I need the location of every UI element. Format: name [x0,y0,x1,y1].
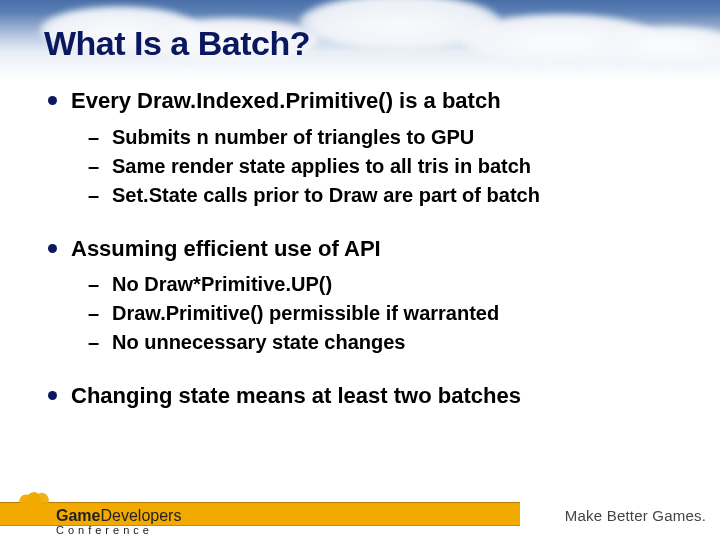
gdc-logo-icon [22,490,50,536]
sub-text: No unnecessary state changes [112,329,405,356]
gdc-logo: GameDevelopers Conference [22,490,181,536]
sub-item: – No unnecessary state changes [88,329,676,356]
dash-icon: – [88,182,102,209]
slide-footer: GameDevelopers Conference Make Better Ga… [0,484,720,540]
sub-list: – No Draw*Primitive.UP() – Draw.Primitiv… [88,271,676,356]
dash-icon: – [88,124,102,151]
dash-icon: – [88,329,102,356]
dash-icon: – [88,271,102,298]
slide-title: What Is a Batch? [44,24,676,63]
dash-icon: – [88,153,102,180]
bullet-text: Changing state means at least two batche… [71,382,521,411]
sub-item: – No Draw*Primitive.UP() [88,271,676,298]
sub-text: Draw.Primitive() permissible if warrante… [112,300,499,327]
dash-icon: – [88,300,102,327]
sub-item: – Same render state applies to all tris … [88,153,676,180]
sub-list: – Submits n number of triangles to GPU –… [88,124,676,209]
gdc-logo-text: GameDevelopers Conference [56,508,181,536]
bullet-item: Changing state means at least two batche… [48,382,676,411]
sub-text: Set.State calls prior to Draw are part o… [112,182,540,209]
logo-word-developers: Developers [100,507,181,524]
slide-body: What Is a Batch? Every Draw.Indexed.Prim… [0,0,720,411]
bullet-item: Every Draw.Indexed.Primitive() is a batc… [48,87,676,116]
sub-item: – Set.State calls prior to Draw are part… [88,182,676,209]
sub-text: No Draw*Primitive.UP() [112,271,332,298]
bullet-text: Assuming efficient use of API [71,235,381,264]
sub-text: Submits n number of triangles to GPU [112,124,474,151]
footer-tagline: Make Better Games. [565,507,706,524]
logo-word-game: Game [56,507,100,524]
bullet-dot-icon [48,96,57,105]
logo-subtext: Conference [56,525,181,536]
bullet-text: Every Draw.Indexed.Primitive() is a batc… [71,87,501,116]
bullet-item: Assuming efficient use of API [48,235,676,264]
bullet-dot-icon [48,391,57,400]
sub-text: Same render state applies to all tris in… [112,153,531,180]
sub-item: – Submits n number of triangles to GPU [88,124,676,151]
sub-item: – Draw.Primitive() permissible if warran… [88,300,676,327]
bullet-dot-icon [48,244,57,253]
